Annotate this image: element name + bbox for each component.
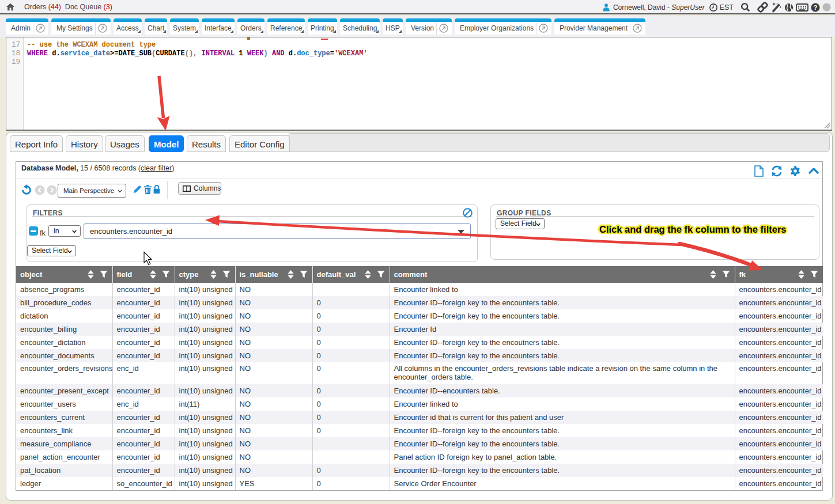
svg-text:Click and drag the fk column t: Click and drag the fk column to the filt… [599,224,787,234]
svg-text:?: ? [813,4,817,11]
